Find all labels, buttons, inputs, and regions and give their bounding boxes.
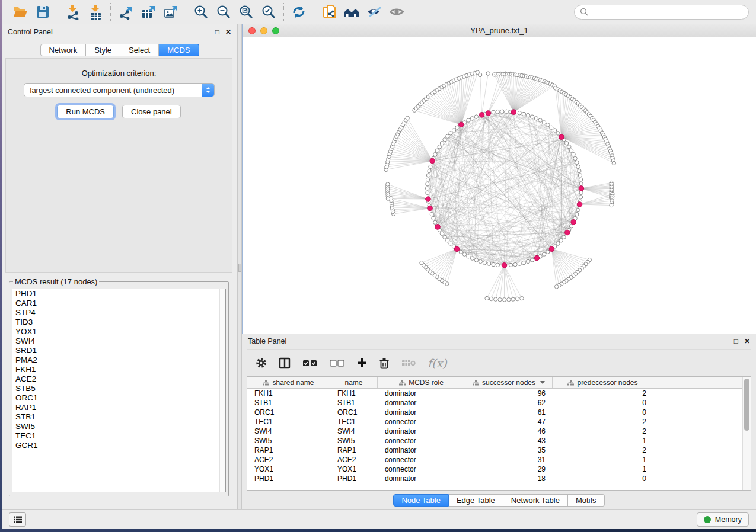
- tab-mcds[interactable]: MCDS: [159, 44, 199, 56]
- table-cell[interactable]: SWI4: [247, 427, 330, 435]
- table-cell[interactable]: 31: [465, 456, 553, 464]
- table-cell[interactable]: 29: [465, 465, 553, 473]
- table-tab-edge-table[interactable]: Edge Table: [449, 494, 503, 507]
- table-cell[interactable]: dominator: [378, 399, 465, 407]
- table-cell[interactable]: 1: [553, 456, 653, 464]
- table-cell[interactable]: 1: [553, 437, 653, 445]
- table-cell[interactable]: 61: [465, 408, 553, 416]
- select-all-rows-icon[interactable]: [302, 359, 318, 367]
- panel-splitter[interactable]: [237, 24, 242, 509]
- search-field[interactable]: [574, 5, 749, 20]
- zoom-in-icon[interactable]: [192, 3, 210, 21]
- list-scrollbar-track[interactable]: [219, 289, 225, 492]
- network-graph[interactable]: [243, 37, 756, 334]
- table-row[interactable]: PHD1PHD1dominator180: [247, 474, 742, 483]
- float-window-icon[interactable]: □: [734, 338, 738, 345]
- table-row[interactable]: SWI4SWI4dominator462: [247, 427, 742, 436]
- memory-button[interactable]: Memory: [697, 512, 749, 527]
- mcds-result-item[interactable]: CAR1: [12, 299, 225, 308]
- table-cell[interactable]: dominator: [378, 446, 465, 454]
- column-header-shared-name[interactable]: shared name: [247, 377, 330, 388]
- mcds-result-item[interactable]: SWI4: [12, 336, 225, 346]
- table-cell[interactable]: ORC1: [247, 408, 330, 416]
- mcds-result-item[interactable]: TID3: [12, 318, 225, 327]
- mcds-result-item[interactable]: STP4: [12, 308, 225, 318]
- refresh-icon[interactable]: [290, 3, 308, 21]
- table-cell[interactable]: 1: [553, 465, 653, 473]
- table-cell[interactable]: 0: [553, 399, 653, 407]
- table-cell[interactable]: 62: [465, 399, 553, 407]
- show-all-icon[interactable]: [388, 3, 406, 21]
- mcds-result-list[interactable]: PHD1CAR1STP4TID3YOX1SWI4SRD1PMA2FKH1ACE2…: [12, 289, 226, 492]
- export-table-icon[interactable]: [139, 3, 157, 21]
- add-column-icon[interactable]: [357, 358, 367, 368]
- table-cell[interactable]: YOX1: [247, 465, 330, 473]
- mcds-result-item[interactable]: STB1: [12, 412, 225, 422]
- table-cell[interactable]: dominator: [378, 408, 465, 416]
- table-row[interactable]: TEC1TEC1connector472: [247, 417, 742, 427]
- table-cell[interactable]: FKH1: [247, 389, 330, 398]
- column-header-name[interactable]: name: [330, 377, 378, 388]
- table-row[interactable]: RAP1RAP1dominator352: [247, 446, 742, 455]
- table-cell[interactable]: 2: [553, 427, 653, 435]
- clone-network-icon[interactable]: [320, 3, 338, 21]
- tab-style[interactable]: Style: [86, 44, 120, 56]
- mcds-result-item[interactable]: TEC1: [12, 431, 225, 441]
- table-cell[interactable]: 18: [465, 475, 553, 483]
- zoom-fit-icon[interactable]: [237, 3, 255, 21]
- mcds-result-item[interactable]: YOX1: [12, 327, 225, 336]
- open-folder-icon[interactable]: [11, 3, 29, 21]
- table-cell[interactable]: 46: [465, 427, 553, 435]
- table-cell[interactable]: dominator: [378, 427, 465, 435]
- table-cell[interactable]: 0: [553, 408, 653, 416]
- table-cell[interactable]: dominator: [378, 475, 465, 483]
- tab-network[interactable]: Network: [40, 44, 86, 56]
- save-icon[interactable]: [34, 3, 52, 21]
- gear-icon[interactable]: [256, 357, 267, 368]
- table-cell[interactable]: 35: [465, 446, 553, 454]
- mcds-result-item[interactable]: FKH1: [12, 365, 225, 374]
- mcds-result-item[interactable]: ORC1: [12, 393, 225, 403]
- close-panel-button[interactable]: Close panel: [122, 105, 181, 118]
- table-cell[interactable]: dominator: [378, 389, 465, 398]
- table-row[interactable]: YOX1YOX1connector291: [247, 464, 742, 474]
- table-cell[interactable]: STB1: [330, 399, 378, 407]
- table-cell[interactable]: 0: [553, 475, 653, 483]
- table-cell[interactable]: connector: [378, 418, 465, 426]
- mcds-result-item[interactable]: STB5: [12, 384, 225, 393]
- table-cell[interactable]: PHD1: [247, 475, 330, 483]
- table-cell[interactable]: 43: [465, 437, 553, 445]
- mcds-result-item[interactable]: SRD1: [12, 346, 225, 355]
- mcds-result-item[interactable]: ACE2: [12, 374, 225, 384]
- deselect-all-rows-icon[interactable]: [330, 359, 345, 367]
- table-cell[interactable]: SWI5: [330, 437, 378, 445]
- table-cell[interactable]: 96: [465, 389, 553, 398]
- table-tab-network-table[interactable]: Network Table: [503, 494, 568, 507]
- mcds-result-item[interactable]: RAP1: [12, 403, 225, 412]
- import-network-icon[interactable]: [64, 3, 82, 21]
- table-cell[interactable]: PHD1: [330, 475, 378, 483]
- table-cell[interactable]: ACE2: [330, 456, 378, 464]
- run-mcds-button[interactable]: Run MCDS: [57, 105, 114, 118]
- table-cell[interactable]: SWI4: [330, 427, 378, 435]
- table-cell[interactable]: connector: [378, 456, 465, 464]
- table-row[interactable]: SWI5SWI5connector431: [247, 436, 742, 446]
- export-image-icon[interactable]: [162, 3, 180, 21]
- table-tab-node-table[interactable]: Node Table: [393, 494, 449, 507]
- table-cell[interactable]: ACE2: [247, 456, 330, 464]
- close-panel-icon[interactable]: ✕: [744, 338, 750, 345]
- splitter-grip-icon[interactable]: [238, 264, 241, 272]
- mcds-result-item[interactable]: PMA2: [12, 355, 225, 365]
- table-cell[interactable]: RAP1: [247, 446, 330, 454]
- table-tab-motifs[interactable]: Motifs: [568, 494, 605, 507]
- table-cell[interactable]: YOX1: [330, 465, 378, 473]
- network-view-titlebar[interactable]: YPA_prune.txt_1: [243, 24, 756, 37]
- network-canvas[interactable]: [243, 37, 756, 334]
- first-neighbors-icon[interactable]: [343, 3, 361, 21]
- table-cell[interactable]: TEC1: [247, 418, 330, 426]
- table-cell[interactable]: STB1: [247, 399, 330, 407]
- table-row[interactable]: FKH1FKH1dominator962: [247, 389, 742, 398]
- table-cell[interactable]: 2: [553, 446, 653, 454]
- hide-selected-icon[interactable]: [365, 3, 383, 21]
- mcds-result-item[interactable]: PHD1: [12, 289, 225, 299]
